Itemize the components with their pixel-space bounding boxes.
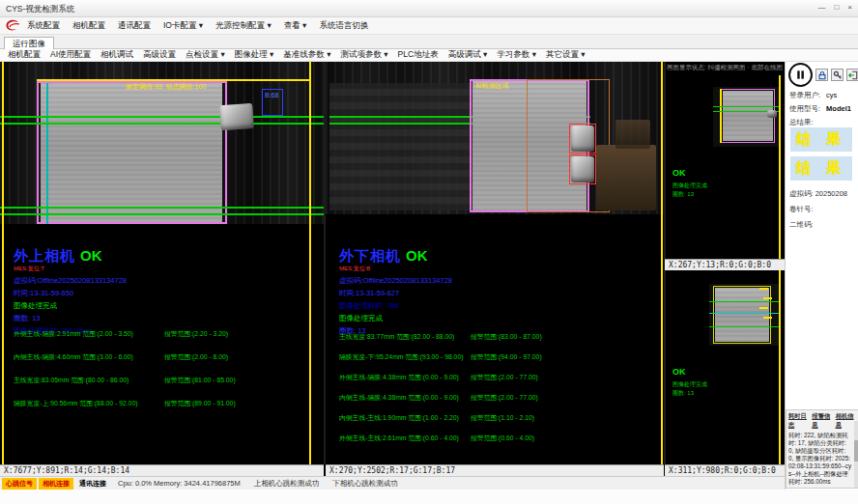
- lock-button[interactable]: [815, 69, 828, 81]
- process-done: 图像处理完成: [339, 315, 452, 322]
- measurement-row: 主线宽度:83.05mm 范围:(80.00 - 86.00) 报警范围:(81…: [0, 369, 324, 392]
- aux-status-line: 图像处理完成: [672, 380, 707, 389]
- measurement-list: 外侧主线-隔膜:2.91mm 范围:(2.00 - 3.50) 报警范围:(2.…: [0, 322, 324, 415]
- log-text: 耗时: 222, 缺陷检测耗时: 17, 缺陷分类耗时: 0, 缺陷提取分区耗时…: [786, 431, 858, 487]
- tab-run-image[interactable]: 运行图像: [4, 37, 54, 50]
- blue-detect-label: B:68: [265, 92, 278, 98]
- measure-line: [0, 123, 324, 125]
- edge-marker-line: [779, 270, 781, 464]
- capture-time: 时间:13-31-59-650: [14, 290, 127, 297]
- log-tab[interactable]: 报警信息: [812, 412, 832, 430]
- metal-clip: [219, 103, 254, 130]
- aux-thumbnail-1: [713, 87, 781, 147]
- log-tab[interactable]: 耗时日志: [788, 412, 809, 430]
- measurement-value: 主线宽度:83.77mm 范围:(82.00 - 88.00): [339, 332, 454, 342]
- heartbeat-message-upper: 上相机心跳检测成功: [254, 479, 320, 489]
- aux-camera-panel-2[interactable]: OK 图像处理完成 圈数: 13: [665, 270, 785, 464]
- login-field: 登录用户: cys: [789, 91, 837, 100]
- menu-item[interactable]: 系统配置: [27, 20, 60, 32]
- alarm-range: 报警范围:(81.00 - 85.00): [164, 376, 236, 385]
- needle-field: 卷针号:: [789, 205, 814, 214]
- log-scrollbar[interactable]: [854, 421, 858, 489]
- close-button[interactable]: ×: [847, 3, 852, 13]
- toolbar-item[interactable]: 测试项参数 ▾: [340, 49, 387, 61]
- heartbeat-message-lower: 下相机心跳检测成功: [332, 479, 398, 489]
- teal-edge-line: [46, 83, 48, 224]
- toolbar-item[interactable]: 学习参数 ▾: [497, 49, 536, 61]
- yellow-marker: [763, 297, 772, 299]
- exit-button[interactable]: [846, 69, 858, 81]
- title-bar: CYS-视觉检测系统 — □ ×: [0, 0, 858, 17]
- model-field: 使用型号: Model1: [789, 104, 851, 114]
- alarm-range: 报警范围:(2.00 - 77.00): [471, 393, 538, 403]
- alarm-range: 报警范围:(94.00 - 97.00): [471, 352, 542, 362]
- total-result-label: 总结果:: [789, 118, 814, 127]
- aux2-coordinate-strip: X:311;Y:980;R:0;G:0;B:0: [665, 464, 785, 476]
- virtual-code-field: 虚拟码: 20250208: [789, 189, 847, 199]
- measure-line: [0, 116, 324, 118]
- toolbar-item[interactable]: 高级调试 ▾: [448, 49, 488, 61]
- aux-thumbnail-2: [709, 284, 781, 346]
- menu-item[interactable]: 光源控制配置 ▾: [215, 20, 272, 32]
- app-logo-icon: [5, 19, 20, 32]
- yellow-marker: [763, 317, 772, 319]
- aux1-coordinate-strip: X:267;Y:13;R:0;G:0;B:0: [665, 259, 785, 270]
- menu-item[interactable]: 通讯配置: [118, 20, 151, 32]
- lower-coordinate-strip: X:270;Y:2502;R:17;G:17;B:17: [326, 464, 664, 476]
- toolbar-item[interactable]: 相机配置: [8, 49, 41, 61]
- aux-camera-panel-1[interactable]: OK 图像处理完成 圈数: 13: [665, 75, 785, 259]
- ok-status: OK: [406, 247, 428, 264]
- window-footer: [0, 490, 858, 504]
- menu-item[interactable]: 相机配置: [72, 20, 105, 32]
- toolbar-item[interactable]: 高级设置: [143, 49, 176, 61]
- minimize-button[interactable]: —: [817, 3, 825, 13]
- process-elapsed: 图像处理耗时: 766: [339, 302, 452, 310]
- result-block-lower: 外下相机OK MES:复位:B 虚拟码:Offline2025020813313…: [339, 247, 452, 335]
- measurement-value: 隔膜宽度-上:90.56mm 范围:(88.00 - 92.00): [14, 399, 137, 408]
- measurement-value: 外侧主线-隔膜:2.91mm 范围:(2.00 - 3.50): [14, 329, 133, 339]
- status-badge: 通讯连接: [75, 478, 110, 490]
- menu-item[interactable]: IO卡配置 ▾: [163, 20, 203, 32]
- toolbar-item[interactable]: 相机调试: [100, 49, 133, 61]
- defect-box: [569, 154, 596, 184]
- mes-status: MES:复位:B: [339, 266, 452, 272]
- measurement-row: 内侧主线-隔膜:4.38mm 范围:(0.00 - 9.00) 报警范围:(2.…: [326, 387, 664, 407]
- alarm-range: 报警范围:(2.20 - 3.20): [164, 329, 228, 339]
- alarm-range: 报警范围:(2.00 - 8.00): [164, 352, 228, 362]
- menu-item[interactable]: 系统语言切换: [319, 20, 368, 32]
- camera-panel-upper[interactable]: B:68 固定阈值:93, 动态阈值:100 外上相机OK MES:复位:T 虚…: [0, 62, 324, 464]
- toolbar-item[interactable]: 其它设置 ▾: [546, 49, 586, 61]
- app-window: CYS-视觉检测系统 — □ × 系统配置相机配置通讯配置IO卡配置 ▾光源控制…: [0, 0, 858, 504]
- measurement-value: 内侧主线-隔膜:4.60mm 范围:(3.00 - 6.00): [14, 352, 133, 362]
- toolbar-item[interactable]: PLC地址表: [398, 49, 439, 61]
- camera-title: 外下相机: [339, 247, 401, 264]
- toolbar: 相机配置AI使用配置相机调试高级设置点检设置 ▾图像处理 ▾基准线参数 ▾测试项…: [0, 49, 858, 62]
- toolbar-item[interactable]: 图像处理 ▾: [235, 49, 274, 61]
- roi-box: [37, 81, 227, 224]
- capture-time: 时间:13-31-59-627: [339, 290, 452, 297]
- key-button[interactable]: [831, 69, 844, 81]
- toolbar-item[interactable]: AI使用配置: [50, 49, 91, 61]
- process-done: 图像处理完成: [14, 302, 127, 310]
- login-value: cys: [826, 91, 837, 100]
- machine-part: [596, 145, 656, 210]
- log-tab[interactable]: 相机信息: [836, 412, 856, 430]
- toolbar-item[interactable]: 基准线参数 ▾: [283, 49, 330, 61]
- upper-coordinate-strip: X:7677;Y:891;R:14;G:14;B:14: [0, 464, 324, 476]
- pause-button[interactable]: [788, 63, 813, 87]
- maximize-button[interactable]: □: [834, 3, 839, 13]
- model-label: 使用型号:: [789, 104, 820, 114]
- yellow-guide-line: [37, 79, 311, 81]
- status-bar: 心跳信号相机连接通讯连接 Cpu: 0.0% Memory: 3424.4179…: [0, 476, 785, 490]
- status-badge: 心跳信号: [2, 478, 37, 490]
- measure-line: [0, 207, 324, 209]
- aux-hint-text: 画面显示状态: 纠偏检测画面 · 底部在线图: [667, 64, 783, 72]
- camera-panel-lower[interactable]: AI检测区域 外下相机OK MES:复位:B 虚拟码:Offline202502…: [326, 62, 664, 464]
- aux-status-line: 图像处理完成: [672, 182, 707, 190]
- measurement-value: 外侧主线-主线:2.61mm 范围:(0.60 - 4.00): [339, 434, 459, 443]
- window-title: CYS-视觉检测系统: [6, 4, 74, 15]
- aux-status-line: 圈数: 13: [672, 389, 694, 398]
- measurement-value: 内侧主线-主线:1.90mm 范围:(1.00 - 2.20): [339, 413, 459, 423]
- toolbar-item[interactable]: 点检设置 ▾: [186, 49, 225, 61]
- menu-item[interactable]: 查看 ▾: [284, 20, 307, 32]
